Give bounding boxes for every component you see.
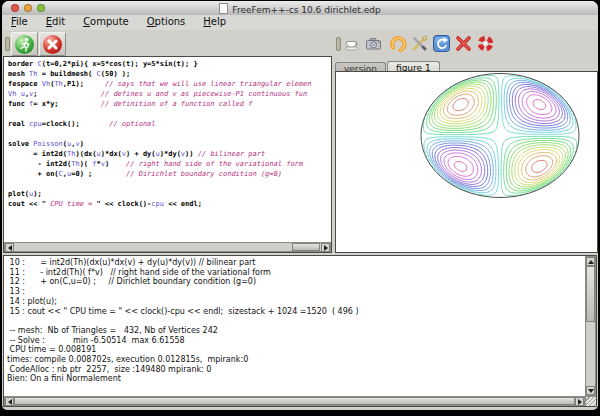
cup-button[interactable] [341,33,362,53]
code-line: = int2d(Th)(dx(u)*dx(v) + dy(u)*dy(v)) /… [8,149,330,159]
document-icon [219,3,228,14]
console-output: 10 : = int2d(Th)(dx(u)*dx(v) + dy(u)*dy(… [7,258,583,395]
freefem-button[interactable] [475,33,496,53]
console-vscrollbar[interactable] [585,256,596,396]
coffee-cup-icon [342,34,361,53]
console-line: times: compile 0.008702s, execution 0.01… [7,355,583,365]
refresh-button[interactable] [431,33,452,53]
console-line: -- mesh: Nb of Triangles = 432, Nb of Ve… [7,326,583,336]
menu-item-help[interactable]: Help [194,15,235,27]
code-line: cout << " CPU time = " << clock()-cpu <<… [8,199,330,209]
console-line [7,316,583,326]
console-line: 11 : - int2d(Th)( f*v) // right hand sid… [7,268,583,278]
resize-grip[interactable] [585,396,596,406]
code-line [8,179,330,189]
toolbar [2,30,598,56]
figure-panel [335,71,598,253]
scroll-right-arrow[interactable] [575,397,584,406]
console-line: 12 : + on(C,u=0) ; // Dirichlet boundary… [7,277,583,287]
menu-item-compute[interactable]: Compute [74,15,138,27]
code-line: mesh Th = buildmesh( C(50) ); [8,69,330,79]
code-line: Vh u,v; // defines u and v as piecewise-… [8,89,330,99]
scroll-up-arrow[interactable] [586,257,595,266]
menu-item-edit[interactable]: Edit [37,15,74,27]
red-x-icon [454,34,473,53]
console-line: 10 : = int2d(Th)(dx(u)*dx(v) + dy(u)*dy(… [7,258,583,268]
menu-bar: FileEditComputeOptionsHelp [2,15,598,31]
app-window: FreeFem++-cs 10.6 dirichlet.edp FileEdit… [2,1,598,410]
console-line: Bien: On a fini Normalement [7,374,583,384]
code-line [8,109,330,119]
window-title: FreeFem++-cs 10.6 dirichlet.edp [2,3,598,15]
editor-hscrollbar[interactable] [4,242,331,252]
toolbar-gripper[interactable] [5,37,10,51]
console-pane[interactable]: 10 : = int2d(Th)(dx(u)*dx(v) + dy(u)*dy(… [3,255,597,407]
stop-x-icon [43,35,62,54]
stop-button[interactable] [39,32,66,56]
menu-item-options[interactable]: Options [138,15,195,27]
console-hscrollbar[interactable] [4,396,585,406]
code-line: func f= x*y; // definition of a function… [8,99,330,109]
console-line: CPU time = 0.008191 [7,345,583,355]
run-button[interactable] [11,32,38,56]
code-line [8,129,330,139]
rotate-button[interactable] [387,33,408,53]
figure-canvas [336,72,597,252]
menu-item-file[interactable]: File [2,15,37,27]
code-text: border C(t=0,2*pi){ x=5*cos(t); y=5*sin(… [8,59,330,209]
code-line: plot(u); [8,189,330,199]
pinwheel-icon [476,34,495,53]
rotate-arrow-icon [388,34,407,53]
console-vscroll-thumb[interactable] [586,266,595,322]
crossed-tools-icon [410,34,429,53]
console-hscroll-thumb[interactable] [14,397,575,405]
code-line: border C(t=0,2*pi){ x=5*cos(t); y=5*sin(… [8,59,330,69]
code-editor[interactable]: border C(t=0,2*pi){ x=5*cos(t); y=5*sin(… [3,56,332,253]
figure-tab-bar: versionfigure 1 [335,57,598,71]
runner-icon [15,35,34,54]
camera-icon [364,34,383,53]
code-line: fespace Vh(Th,P1); // says that we will … [8,79,330,89]
console-line: 13 : [7,287,583,297]
scroll-right-arrow[interactable] [321,243,330,252]
console-line: 15 : cout << " CPU time = " << clock()-c… [7,307,583,317]
tools-button[interactable] [409,33,430,53]
refresh-icon [432,34,451,53]
scroll-left-arrow[interactable] [5,397,14,406]
code-line: + on(C,u=0) ; // Dirichlet boundary cond… [8,169,330,179]
editor-hscroll-thumb[interactable] [292,243,320,251]
title-bar[interactable]: FreeFem++-cs 10.6 dirichlet.edp [2,1,598,16]
console-line: 14 : plot(u); [7,297,583,307]
console-line: CodeAlloc : nb ptr 2257, size :149480 mp… [7,365,583,375]
scroll-left-arrow[interactable] [5,243,14,252]
close-figure-button[interactable] [453,33,474,53]
console-line: -- Solve : min -6.50514 max 6.61558 [7,336,583,346]
code-line: - int2d(Th)( f*v) // right hand side of … [8,159,330,169]
code-line: real cpu=clock(); // optional [8,119,330,129]
code-line: solve Poisson(u,v) [8,139,330,149]
scroll-down-arrow[interactable] [586,386,595,395]
snapshot-button[interactable] [363,33,384,53]
